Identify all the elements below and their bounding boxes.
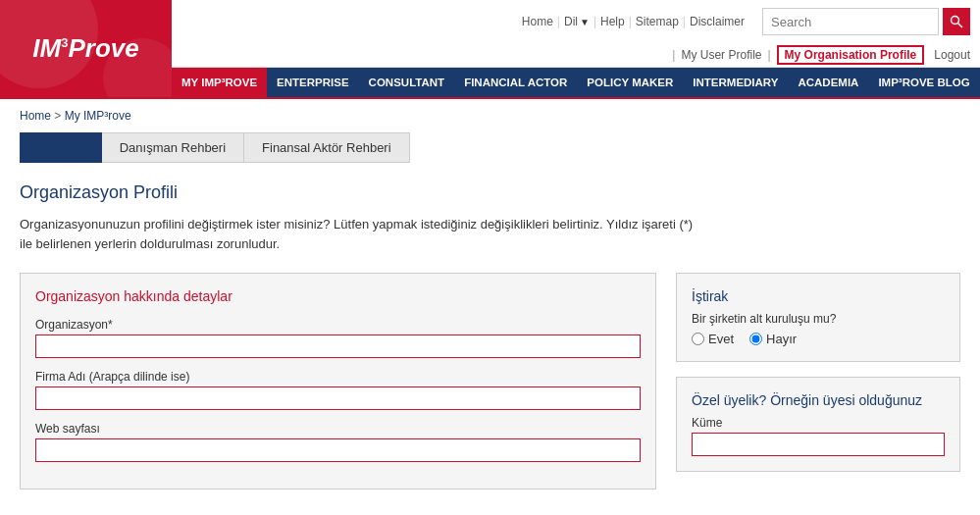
tab-finansal[interactable]: Finansal Aktör Rehberi <box>244 132 410 163</box>
tab-danisman[interactable]: Danışman Rehberi <box>102 132 244 163</box>
sep4: | <box>683 15 686 28</box>
search-button[interactable] <box>943 8 970 35</box>
nav-consultant[interactable]: CONSULTANT <box>359 68 455 97</box>
user-bar: | My User Profile | My Organisation Prof… <box>172 43 980 68</box>
user-bar-sep2: | <box>767 48 770 62</box>
istirak-evet-label: Evet <box>708 332 734 346</box>
org-name-label: Organizasyon* <box>35 318 641 332</box>
istirak-hayir-label: Hayır <box>766 332 797 346</box>
istirak-card: İştirak Bir şirketin alt kuruluşu mu? Ev… <box>676 273 960 362</box>
logo-link[interactable]: IM3Prove <box>32 33 138 64</box>
nav-academia[interactable]: ACADEMIA <box>788 68 868 97</box>
website-input[interactable] <box>35 438 641 462</box>
nav-intermediary[interactable]: INTERMEDIARY <box>683 68 788 97</box>
sep1: | <box>557 15 560 28</box>
search-icon <box>950 15 963 28</box>
ozel-uyelik-card: Özel üyelik? Örneğin üyesi olduğunuz Küm… <box>676 377 960 472</box>
logo-block: IM3Prove <box>0 0 172 97</box>
svg-point-0 <box>952 17 959 25</box>
ozel-uyelik-title: Özel üyelik? Örneğin üyesi olduğunuz <box>692 392 945 408</box>
card-title-text: Organizasyon <box>35 288 124 304</box>
istirak-hayir-option[interactable]: Hayır <box>749 332 797 346</box>
nav-financial-actor[interactable]: FINANCIAL ACTOR <box>454 68 577 97</box>
org-profile-link[interactable]: My Organisation Profile <box>777 45 925 65</box>
sep3: | <box>629 15 632 28</box>
kume-input[interactable] <box>692 433 945 456</box>
help-link[interactable]: Help <box>600 15 625 28</box>
website-group: Web sayfası <box>35 422 641 462</box>
logout-link[interactable]: Logout <box>934 48 970 62</box>
user-bar-sep: | <box>672 48 675 62</box>
dil-link[interactable]: Dil <box>564 15 578 28</box>
istirak-evet-option[interactable]: Evet <box>692 332 734 346</box>
home-link[interactable]: Home <box>522 15 553 28</box>
left-column: Organizasyon hakkında detaylar Organizas… <box>20 273 656 504</box>
nav-enterprise[interactable]: ENTERPRISE <box>267 68 359 97</box>
istirak-hayir-radio[interactable] <box>749 333 762 345</box>
firm-name-arabic-label: Firma Adı (Arapça dilinde ise) <box>35 370 641 384</box>
two-column-layout: Organizasyon hakkında detaylar Organizas… <box>20 273 960 504</box>
header: IM3Prove Home | Dil ▼ | Help | Sitemap |… <box>0 0 980 99</box>
breadcrumb: Home > My IMP³rove <box>0 99 980 132</box>
sitemap-link[interactable]: Sitemap <box>636 15 679 28</box>
istirak-evet-radio[interactable] <box>692 333 704 345</box>
right-column: İştirak Bir şirketin alt kuruluşu mu? Ev… <box>676 273 960 504</box>
card-title: Organizasyon hakkında detaylar <box>35 288 641 304</box>
svg-line-1 <box>958 24 963 28</box>
istirak-title: İştirak <box>692 288 945 304</box>
kume-label: Küme <box>692 416 945 430</box>
page-description: Organizasyonunuzun profilini değiştirmek… <box>20 215 706 253</box>
page-title: Organizasyon Profili <box>20 182 960 203</box>
top-links: Home | Dil ▼ | Help | Sitemap | Disclaim… <box>172 0 980 43</box>
istirak-question: Bir şirketin alt kuruluşu mu? <box>692 312 945 326</box>
nav-my-improve[interactable]: MY IMP³ROVE <box>172 68 267 97</box>
tab-active[interactable] <box>20 132 102 163</box>
org-name-group: Organizasyon* <box>35 318 641 358</box>
user-profile-link[interactable]: My User Profile <box>681 48 761 62</box>
istirak-radio-group: Evet Hayır <box>692 332 945 346</box>
sub-tabs: Danışman Rehberi Finansal Aktör Rehberi <box>20 132 960 163</box>
firm-name-arabic-group: Firma Adı (Arapça dilinde ise) <box>35 370 641 410</box>
breadcrumb-home[interactable]: Home <box>20 109 51 123</box>
org-details-card: Organizasyon hakkında detaylar Organizas… <box>20 273 656 489</box>
website-label: Web sayfası <box>35 422 641 436</box>
breadcrumb-my-improve[interactable]: My IMP³rove <box>65 109 131 123</box>
breadcrumb-sep: > <box>54 109 64 123</box>
firm-name-arabic-input[interactable] <box>35 386 641 410</box>
nav-policy-maker[interactable]: POLICY MAKER <box>577 68 683 97</box>
disclaimer-link[interactable]: Disclaimer <box>690 15 745 28</box>
header-right: Home | Dil ▼ | Help | Sitemap | Disclaim… <box>172 0 980 97</box>
dil-dropdown[interactable]: Dil ▼ <box>564 15 590 28</box>
sep2: | <box>593 15 596 28</box>
dil-arrow-icon: ▼ <box>580 17 590 27</box>
search-input[interactable] <box>762 8 939 35</box>
content: Danışman Rehberi Finansal Aktör Rehberi … <box>0 132 980 515</box>
org-name-input[interactable] <box>35 335 641 358</box>
nav-blog[interactable]: IMP³ROVE BLOG <box>868 68 979 97</box>
main-nav: MY IMP³ROVE ENTERPRISE CONSULTANT FINANC… <box>172 68 980 97</box>
card-title-highlight: hakkında detaylar <box>124 288 232 304</box>
